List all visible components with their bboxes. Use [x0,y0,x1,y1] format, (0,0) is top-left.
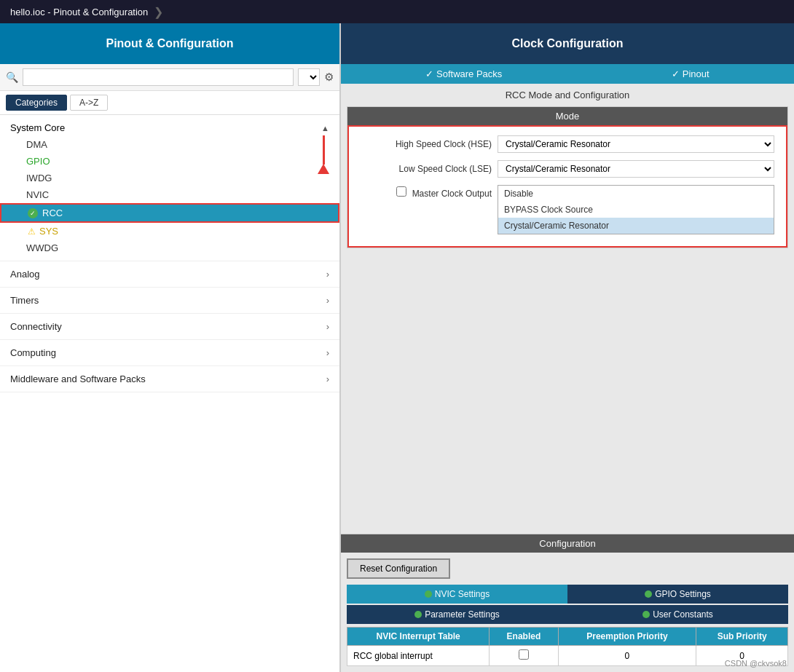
sidebar-item-analog[interactable]: Analog › [0,261,339,288]
system-core-section: System Core ▲ DMA GPIO IWDG NVIC ✓ RCC ⚠… [0,115,339,261]
left-panel: Pinout & Configuration 🔍 ⚙ Categories A-… [0,23,341,672]
rcc-check-icon: ✓ [28,208,38,218]
system-core-header[interactable]: System Core ▲ [0,115,339,136]
table-row: RCC global interrupt 0 0 [347,646,788,666]
interrupt-name: RCC global interrupt [347,646,490,666]
tab-user-constants[interactable]: User Constants [567,605,788,624]
interrupt-enabled-cell [490,646,558,666]
sidebar-item-timers[interactable]: Timers › [0,288,339,314]
tab-atoz[interactable]: A->Z [70,95,108,111]
col-preemption-priority: Preemption Priority [558,628,696,646]
nvic-settings-dot [425,590,432,598]
gpio-settings-dot [645,590,652,598]
software-packs-tab[interactable]: ✓ Software Packs [425,68,502,79]
mode-section: Mode High Speed Clock (HSE) Crystal/Cera… [347,106,788,248]
watermark: CSDN @ckvsok8 [725,659,787,668]
sys-warn-icon: ⚠ [26,226,36,237]
settings-tabs-row1: NVIC Settings GPIO Settings [347,585,788,604]
rcc-title: RCC Mode and Configuration [341,84,794,106]
tab-categories[interactable]: Categories [6,95,67,111]
sidebar-item-middleware[interactable]: Middleware and Software Packs › [0,366,339,392]
config-body: Reset Configuration NVIC Settings GPIO S… [341,553,794,672]
col-enabled: Enabled [490,628,558,646]
search-input[interactable] [23,68,294,86]
col-sub-priority: Sub Priority [696,628,788,646]
right-panel: Clock Configuration ✓ Software Packs ✓ P… [341,23,794,672]
col-interrupt-table: NVIC Interrupt Table [347,628,490,646]
sidebar-item-wwdg[interactable]: WWDG [0,240,339,256]
master-clock-checkbox[interactable] [396,186,406,197]
interrupt-enabled-checkbox[interactable] [519,649,529,660]
title-text: hello.ioc - Pinout & Configuration [10,7,148,17]
main-layout: Pinout & Configuration 🔍 ⚙ Categories A-… [0,23,794,672]
tab-gpio-settings[interactable]: GPIO Settings [567,585,788,604]
dropdown-item-disable[interactable]: Disable [498,186,774,202]
tab-parameter-settings[interactable]: Parameter Settings [347,605,567,624]
search-icon: 🔍 [6,71,18,83]
preemption-priority-value: 0 [558,646,696,666]
config-section: Configuration Reset Configuration NVIC S… [341,534,794,672]
master-clock-dropdown: Disable BYPASS Clock Source Crystal/Cera… [498,185,774,234]
middleware-chevron-icon: › [326,373,329,384]
left-panel-header: Pinout & Configuration [0,23,339,64]
lse-label: Low Speed Clock (LSE) [361,164,492,174]
gear-icon[interactable]: ⚙ [324,71,334,84]
right-sub-header: ✓ Software Packs ✓ Pinout [341,64,794,84]
mode-section-header: Mode [347,107,787,125]
sidebar-list: System Core ▲ DMA GPIO IWDG NVIC ✓ RCC ⚠… [0,115,339,672]
hse-label: High Speed Clock (HSE) [361,139,492,149]
right-spacer [341,248,794,534]
settings-tabs-row2: Parameter Settings User Constants [347,605,788,624]
timers-chevron-icon: › [326,295,329,306]
sidebar-item-rcc[interactable]: ✓ RCC [0,203,339,223]
search-bar: 🔍 ⚙ [0,64,339,91]
hse-select[interactable]: Crystal/Ceramic Resonator Disable BYPASS… [498,135,774,153]
mode-body: High Speed Clock (HSE) Crystal/Ceramic R… [347,125,787,248]
right-panel-header: Clock Configuration [341,23,794,64]
sidebar-item-sys[interactable]: ⚠ SYS [0,223,339,240]
pinout-tab[interactable]: ✓ Pinout [672,68,709,79]
dropdown-item-bypass[interactable]: BYPASS Clock Source [498,202,774,218]
system-core-expand-icon: ▲ [321,124,329,133]
title-arrow-icon: ❯ [154,5,163,19]
master-clock-row: Master Clock Output Disable BYPASS Clock… [361,185,774,234]
config-section-header: Configuration [341,534,794,553]
tab-nvic-settings[interactable]: NVIC Settings [347,585,567,604]
connectivity-chevron-icon: › [326,321,329,332]
sidebar-item-connectivity[interactable]: Connectivity › [0,314,339,340]
master-clock-label: Master Clock Output [361,185,492,199]
sidebar-item-iwdg[interactable]: IWDG [0,170,339,186]
sidebar-item-gpio[interactable]: GPIO [0,153,339,170]
dropdown-item-crystal[interactable]: Crystal/Ceramic Resonator [498,218,774,234]
sidebar-item-nvic[interactable]: NVIC [0,186,339,203]
nvic-interrupt-table: NVIC Interrupt Table Enabled Preemption … [347,627,788,666]
sidebar-item-dma[interactable]: DMA [0,136,339,153]
hse-row: High Speed Clock (HSE) Crystal/Ceramic R… [361,135,774,153]
search-dropdown[interactable] [298,68,320,86]
sidebar-item-computing[interactable]: Computing › [0,340,339,366]
parameter-settings-dot [414,611,422,618]
red-arrow-annotation [318,135,329,174]
tabs-bar: Categories A->Z [0,91,339,115]
computing-chevron-icon: › [326,347,329,358]
user-constants-dot [642,611,650,618]
lse-row: Low Speed Clock (LSE) Crystal/Ceramic Re… [361,160,774,178]
analog-chevron-icon: › [326,269,329,280]
reset-configuration-button[interactable]: Reset Configuration [347,558,450,579]
title-bar: hello.ioc - Pinout & Configuration ❯ [0,0,794,23]
lse-select[interactable]: Crystal/Ceramic Resonator Disable BYPASS… [498,160,774,178]
mode-area-wrapper: Mode High Speed Clock (HSE) Crystal/Cera… [347,106,788,248]
